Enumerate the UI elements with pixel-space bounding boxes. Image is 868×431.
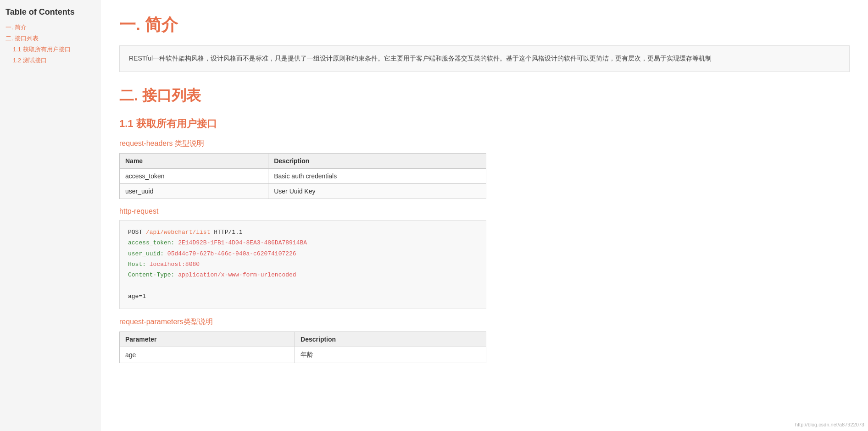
table-cell: User Uuid Key — [268, 183, 486, 199]
api1-1-section: 1.1 获取所有用户接口 request-headers 类型说明 Name D… — [119, 117, 850, 363]
table-row: access_tokenBasic auth credentials — [120, 168, 486, 183]
http-request-heading: http-request — [119, 207, 850, 216]
table-cell: 年龄 — [295, 347, 486, 363]
req-headers-heading: request-headers 类型说明 — [119, 139, 850, 149]
api1-1-heading: 1.1 获取所有用户接口 — [119, 117, 850, 131]
toc-item-intro[interactable]: 一. 简介 — [6, 23, 95, 32]
req-params-heading: request-parameters类型说明 — [119, 317, 850, 327]
intro-body: RESTful一种软件架构风格，设计风格而不是标准，只是提供了一组设计原则和约束… — [119, 45, 850, 72]
http-request-block: POST /api/webchart/list HTTP/1.1access_t… — [119, 220, 486, 309]
watermark: http://blog.csdn.net/a87922073 — [795, 422, 864, 427]
toc-sub-api1-1[interactable]: 1.1 获取所有用户接口 — [6, 45, 95, 54]
toc-sub-api1-2[interactable]: 1.2 测试接口 — [6, 56, 95, 65]
intro-section: 一. 简介 RESTful一种软件架构风格，设计风格而不是标准，只是提供了一组设… — [119, 14, 850, 72]
table-col-parameter: Parameter — [120, 332, 295, 347]
code-line: Content-Type: application/x-www-form-url… — [128, 270, 478, 280]
main-content: 一. 简介 RESTful一种软件架构风格，设计风格而不是标准，只是提供了一组设… — [101, 0, 868, 431]
table-cell: access_token — [120, 168, 268, 183]
table-col-name: Name — [120, 153, 268, 168]
sidebar: Table of Contents 一. 简介 二. 接口列表 1.1 获取所有… — [0, 0, 101, 431]
apilist-section: 二. 接口列表 1.1 获取所有用户接口 request-headers 类型说… — [119, 86, 850, 363]
table-row: user_uuidUser Uuid Key — [120, 183, 486, 199]
table-col-description: Description — [268, 153, 486, 168]
table-row: age年龄 — [120, 347, 486, 363]
table-col-description2: Description — [295, 332, 486, 347]
code-line: POST /api/webchart/list HTTP/1.1 — [128, 227, 478, 238]
code-line — [128, 281, 478, 291]
code-line: age=1 — [128, 291, 478, 302]
code-line: access_token: 2E14D92B-1FB1-4D04-8EA3-48… — [128, 238, 478, 248]
table-cell: Basic auth credentials — [268, 168, 486, 183]
toc-item-apilist[interactable]: 二. 接口列表 — [6, 34, 95, 43]
code-line: Host: localhost:8080 — [128, 259, 478, 270]
toc-title: Table of Contents — [6, 7, 95, 17]
table-cell: age — [120, 347, 295, 363]
request-params-table: Parameter Description age年龄 — [119, 332, 486, 363]
apilist-heading: 二. 接口列表 — [119, 86, 850, 106]
code-line: user_uuid: 05d44c79-627b-466c-940a-c6207… — [128, 249, 478, 259]
intro-heading: 一. 简介 — [119, 14, 850, 36]
request-headers-table: Name Description access_tokenBasic auth … — [119, 153, 486, 199]
table-cell: user_uuid — [120, 183, 268, 199]
